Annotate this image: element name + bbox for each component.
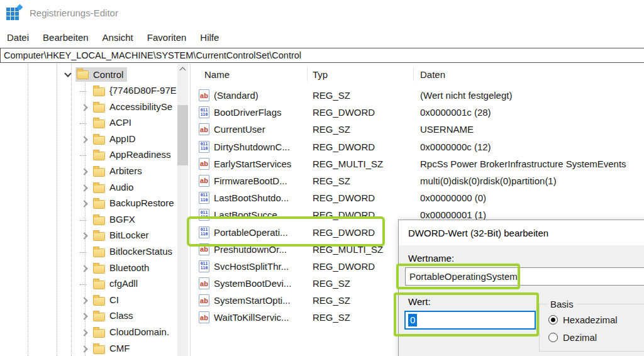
value-name: WaitToKillServic...: [214, 309, 308, 326]
chevron-right-icon[interactable]: [80, 151, 89, 160]
tree-item[interactable]: BGFX: [1, 212, 190, 228]
tree-item-label: CMF: [109, 343, 130, 353]
value-type-icon: [199, 294, 209, 306]
chevron-right-icon[interactable]: [80, 199, 89, 208]
menu-item[interactable]: Hilfe: [193, 32, 226, 43]
value-type-icon: [199, 123, 209, 135]
value-row[interactable]: FirmwareBootD... REG_SZ multi(0)disk(0)r…: [196, 172, 644, 189]
value-input-selected-text: 0: [408, 314, 417, 326]
value-name: SvcHostSplitThr...: [214, 258, 308, 275]
chevron-right-icon[interactable]: [80, 345, 89, 353]
radio-option[interactable]: Dezimal: [548, 332, 618, 343]
radio-option[interactable]: Hexadezimal: [548, 314, 618, 325]
tree-item[interactable]: Class: [1, 308, 190, 325]
tree-item[interactable]: Bluetooth: [1, 260, 190, 277]
chevron-right-icon[interactable]: [80, 103, 89, 112]
value-name-input[interactable]: PortableOperatingSystem: [405, 267, 644, 286]
chevron-down-icon[interactable]: [64, 70, 72, 79]
tree-item-label: Arbiters: [109, 165, 142, 176]
tree-scrollbar[interactable]: [177, 64, 188, 356]
value-type: REG_DWORD: [313, 189, 416, 206]
value-type: REG_SZ: [313, 172, 416, 189]
tree-item-label: BitlockerStatus: [109, 246, 172, 257]
value-row[interactable]: DirtyShutdownC... REG_DWORD 0x0000000c (…: [196, 138, 644, 155]
tree-item-label: Bluetooth: [109, 262, 149, 273]
menu-item[interactable]: Favoriten: [140, 32, 194, 43]
column-separator[interactable]: [413, 67, 414, 81]
radio-button-icon[interactable]: [548, 315, 558, 325]
menu-item[interactable]: Bearbeiten: [36, 32, 96, 43]
menubar: DateiBearbeitenAnsichtFavoritenHilfe: [0, 29, 226, 46]
base-options: Hexadezimal Dezimal: [548, 314, 618, 343]
value-row[interactable]: LastBootShutdo... REG_DWORD 0x00000000 (…: [196, 189, 644, 206]
chevron-right-icon[interactable]: [80, 264, 89, 273]
tree-item[interactable]: Audio: [1, 180, 190, 196]
registry-editor-icon: [6, 6, 21, 21]
folder-icon: [77, 70, 89, 79]
chevron-right-icon[interactable]: [80, 216, 89, 225]
chevron-right-icon[interactable]: [80, 248, 89, 257]
tree-item[interactable]: Arbiters: [1, 164, 190, 180]
folder-icon: [93, 200, 105, 209]
value-type: REG_DWORD: [313, 138, 416, 155]
tree-item[interactable]: AccessibilitySe: [1, 99, 190, 116]
address-path: Computer\HKEY_LOCAL_MACHINE\SYSTEM\Curre…: [1, 50, 301, 60]
value-data: USERNAME: [420, 121, 644, 138]
tree-item-label: cfgAdll: [109, 278, 138, 289]
folder-icon: [93, 297, 105, 306]
value-type-icon: [199, 106, 209, 118]
tree-item[interactable]: CI: [1, 292, 190, 309]
menu-item[interactable]: Ansicht: [96, 32, 140, 43]
column-header-type[interactable]: Typ: [313, 69, 328, 80]
radio-button-icon[interactable]: [548, 333, 558, 342]
tree-item[interactable]: AppID: [1, 131, 190, 148]
value-type-icon: [199, 175, 209, 187]
value-input[interactable]: 0: [404, 311, 536, 330]
menu-item[interactable]: Datei: [0, 32, 36, 43]
value-row[interactable]: (Standard) REG_SZ (Wert nicht festgelegt…: [196, 87, 644, 104]
tree-item-label: CloudDomain.: [109, 326, 169, 337]
tree-children: {7746D80F-97E AccessibilitySe ACPI AppID: [1, 83, 190, 356]
tree-item[interactable]: CMF: [1, 341, 190, 356]
tree-item-control[interactable]: Control: [1, 67, 190, 82]
value-row[interactable]: CurrentUser REG_SZ USERNAME: [196, 121, 644, 138]
chevron-right-icon[interactable]: [80, 135, 89, 144]
radio-option-label: Hexadezimal: [563, 314, 618, 325]
value-type: REG_MULTI_SZ: [313, 155, 416, 172]
tree-item-label: BitLocker: [109, 230, 149, 240]
tree-item-label: Class: [109, 310, 133, 321]
tree-item[interactable]: {7746D80F-97E: [1, 83, 190, 99]
tree-item[interactable]: cfgAdll: [1, 276, 190, 292]
value-name: (Standard): [214, 87, 308, 104]
tree-item[interactable]: BitlockerStatus: [1, 244, 190, 260]
value-row[interactable]: EarlyStartServices REG_MULTI_SZ RpcSs Po…: [196, 155, 644, 172]
address-bar[interactable]: Computer\HKEY_LOCAL_MACHINE\SYSTEM\Curre…: [0, 48, 644, 63]
folder-icon: [93, 184, 105, 193]
folder-icon: [93, 104, 105, 113]
dialog-body: Wertname: PortableOperatingSystem Wert: …: [399, 245, 644, 356]
tree-item[interactable]: AppReadiness: [1, 147, 190, 164]
chevron-right-icon[interactable]: [80, 184, 89, 192]
value-name: SystemStartOpti...: [214, 292, 308, 309]
column-header-name[interactable]: Name: [204, 69, 230, 80]
tree-item[interactable]: BitLocker: [1, 228, 190, 244]
chevron-right-icon[interactable]: [80, 312, 89, 321]
chevron-right-icon[interactable]: [80, 231, 89, 240]
chevron-right-icon[interactable]: [80, 87, 89, 96]
chevron-right-icon[interactable]: [80, 296, 89, 305]
tree-item[interactable]: CloudDomain.: [1, 325, 190, 341]
tree-item[interactable]: BackupRestore: [1, 196, 190, 212]
chevron-right-icon[interactable]: [80, 167, 89, 176]
value-name-label: Wertname:: [408, 253, 454, 264]
tree-item[interactable]: ACPI: [1, 115, 190, 131]
scrollbar-up-icon[interactable]: [177, 64, 188, 74]
column-separator[interactable]: [307, 67, 308, 81]
value-type-icon: [199, 209, 209, 221]
chevron-right-icon[interactable]: [80, 280, 89, 289]
scrollbar-thumb[interactable]: [177, 105, 188, 165]
chevron-right-icon[interactable]: [80, 328, 89, 337]
value-type: REG_SZ: [313, 121, 416, 138]
value-row[interactable]: BootDriverFlags REG_DWORD 0x0000001c (28…: [196, 104, 644, 121]
chevron-right-icon[interactable]: [80, 119, 89, 128]
column-header-data[interactable]: Daten: [420, 69, 445, 80]
